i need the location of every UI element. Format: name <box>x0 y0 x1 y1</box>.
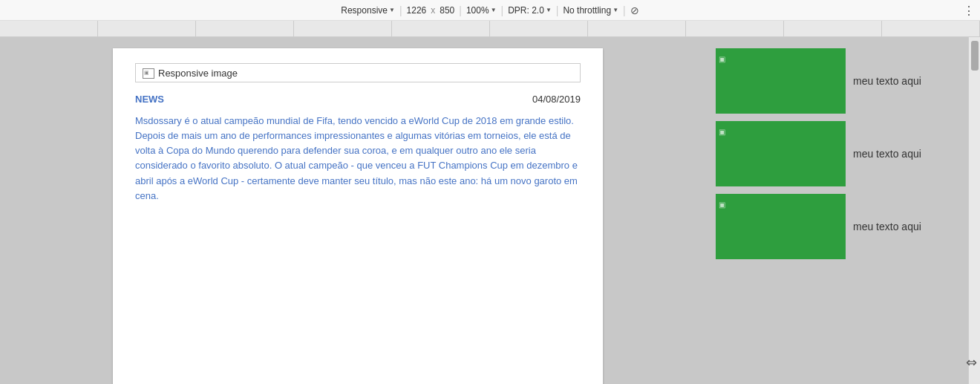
page-container: Responsive image NEWS 04/08/2019 Msdossa… <box>0 37 716 384</box>
green-box-1 <box>716 48 846 114</box>
ruler-segment-2 <box>98 21 196 36</box>
ruler-segment-5 <box>392 21 490 36</box>
separator-5: | <box>623 4 626 16</box>
broken-icon-3 <box>719 197 725 210</box>
responsive-arrow-icon: ▼ <box>389 7 395 13</box>
card-text-2: meu texto aqui <box>853 148 921 160</box>
ruler-segment-9 <box>784 21 882 36</box>
ruler-segment-6 <box>490 21 588 36</box>
image-card-1: meu texto aqui <box>716 48 921 114</box>
image-card-3: meu texto aqui <box>716 194 921 259</box>
zoom-dropdown[interactable]: 100% ▼ <box>466 5 497 16</box>
more-options-icon[interactable]: ⋮ <box>963 3 974 17</box>
news-header: NEWS 04/08/2019 <box>135 94 581 105</box>
green-box-3 <box>716 194 846 259</box>
throttling-arrow-icon: ▼ <box>612 7 618 13</box>
ruler-segment-4 <box>294 21 392 36</box>
broken-icon-2 <box>719 124 725 137</box>
separator-2: | <box>459 4 462 16</box>
x-label: x <box>431 5 435 16</box>
dpr-label: DPR: 2.0 <box>508 5 544 16</box>
card-text-1: meu texto aqui <box>853 75 921 87</box>
ruler-segment-8 <box>686 21 784 36</box>
page: Responsive image NEWS 04/08/2019 Msdossa… <box>113 48 603 384</box>
dpr-arrow-icon: ▼ <box>546 7 552 13</box>
devtools-toolbar: Responsive ▼ | 1226 x 850 | 100% ▼ | DPR… <box>0 0 980 21</box>
green-box-2 <box>716 121 846 186</box>
throttling-label: No throttling <box>563 5 611 16</box>
right-column: meu texto aqui meu texto aqui meu texto … <box>716 37 968 384</box>
separator-4: | <box>556 4 559 16</box>
ruler-bar <box>0 21 980 37</box>
responsive-dropdown[interactable]: Responsive ▼ <box>341 5 395 16</box>
toolbar-right: ⋮ <box>963 3 974 17</box>
throttling-dropdown[interactable]: No throttling ▼ <box>563 5 618 16</box>
separator-1: | <box>399 4 402 16</box>
scrollbar[interactable] <box>968 37 980 384</box>
news-body: Msdossary é o atual campeão mundial de F… <box>135 114 581 204</box>
main-area: Responsive image NEWS 04/08/2019 Msdossa… <box>0 37 980 384</box>
responsive-label: Responsive <box>341 5 388 16</box>
dpr-dropdown[interactable]: DPR: 2.0 ▼ <box>508 5 552 16</box>
news-date: 04/08/2019 <box>532 94 581 105</box>
responsive-image-container: Responsive image <box>135 63 581 82</box>
separator-3: | <box>501 4 504 16</box>
ruler-segment-3 <box>196 21 294 36</box>
image-card-2: meu texto aqui <box>716 121 921 186</box>
zoom-label: 100% <box>466 5 489 16</box>
resize-handle[interactable]: ⇔ <box>966 354 977 371</box>
broken-icon-1 <box>719 51 725 65</box>
responsive-image-label: Responsive image <box>158 68 238 79</box>
news-label: NEWS <box>135 94 164 105</box>
viewport-height: 850 <box>440 5 454 16</box>
ruler-segment-1 <box>0 21 98 36</box>
capture-icon[interactable]: ⊘ <box>630 4 639 16</box>
ruler-segment-7 <box>588 21 686 36</box>
scrollbar-thumb[interactable] <box>971 41 979 71</box>
broken-image-icon <box>142 67 154 79</box>
card-text-3: meu texto aqui <box>853 221 921 232</box>
viewport-width: 1226 <box>407 5 427 16</box>
zoom-arrow-icon: ▼ <box>491 7 497 13</box>
ruler-segment-10 <box>882 21 980 36</box>
